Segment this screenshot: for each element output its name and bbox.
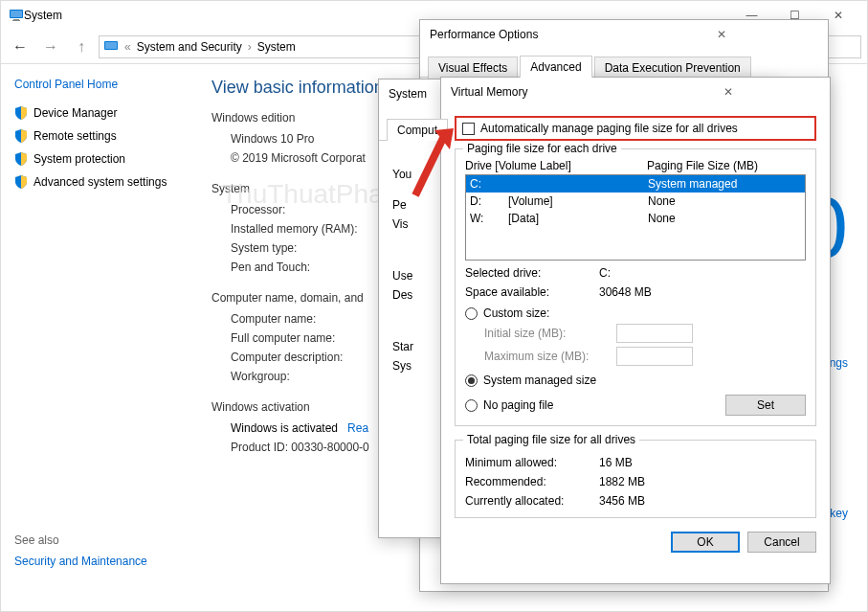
cancel-button[interactable]: Cancel (747, 532, 816, 553)
control-panel-home-link[interactable]: Control Panel Home (14, 78, 183, 91)
dialog-title: Virtual Memory (451, 85, 635, 99)
drive-row[interactable]: C:System managed (466, 175, 805, 193)
group-label: Paging file size for each drive (463, 142, 621, 155)
paging-file-group: Paging file size for each drive Drive [V… (455, 148, 816, 426)
space-label: Space available: (465, 285, 599, 299)
no-paging-label: No paging file (483, 398, 553, 412)
sidebar-item-remote-settings[interactable]: Remote settings (14, 129, 183, 143)
chevron-right-icon: › (248, 40, 252, 54)
auto-manage-checkbox[interactable] (462, 123, 475, 135)
total-paging-group: Total paging file size for all drives Mi… (455, 440, 816, 518)
ok-button[interactable]: OK (671, 532, 740, 553)
initial-size-label: Initial size (MB): (484, 327, 609, 340)
breadcrumb-item[interactable]: System and Security (137, 40, 242, 54)
close-icon[interactable]: ✕ (635, 85, 820, 99)
back-button[interactable]: ← (7, 34, 33, 60)
rec-value: 1882 MB (599, 475, 645, 488)
sidebar-item-advanced-system-settings[interactable]: Advanced system settings (14, 175, 183, 189)
rec-label: Recommended: (465, 475, 599, 488)
shield-icon (14, 152, 28, 166)
max-size-label: Maximum size (MB): (484, 350, 609, 363)
up-button[interactable]: ↑ (68, 34, 95, 60)
see-also-label: See also (14, 533, 183, 547)
shield-icon (14, 175, 28, 189)
set-button[interactable]: Set (725, 395, 806, 416)
max-size-input[interactable] (616, 347, 693, 366)
svg-rect-3 (12, 20, 20, 21)
system-managed-radio[interactable] (465, 374, 478, 387)
group-label: Total paging file size for all drives (463, 433, 639, 446)
sidebar: Control Panel Home Device Manager Remote… (1, 64, 192, 611)
svg-rect-1 (11, 11, 22, 17)
forward-button[interactable]: → (37, 34, 64, 60)
dialog-titlebar: Performance Options ✕ (420, 20, 828, 49)
security-maintenance-link[interactable]: Security and Maintenance (14, 555, 183, 568)
dialog-titlebar: Virtual Memory ✕ (441, 78, 830, 106)
sidebar-label: Device Manager (33, 106, 117, 120)
custom-size-radio[interactable] (465, 307, 478, 320)
drive-header: Drive [Volume Label] (465, 159, 647, 172)
selected-drive-label: Selected drive: (465, 266, 599, 280)
tab-visual-effects[interactable]: Visual Effects (428, 57, 518, 79)
shield-icon (14, 106, 28, 120)
selected-drive-value: C: (599, 266, 611, 280)
drive-listbox[interactable]: C:System managed D:[Volume]None W:[Data]… (465, 174, 806, 261)
sidebar-item-device-manager[interactable]: Device Manager (14, 106, 183, 120)
close-icon[interactable]: ✕ (624, 28, 818, 41)
tab-dep[interactable]: Data Execution Prevention (594, 57, 751, 79)
auto-manage-label: Automatically manage paging file size fo… (480, 122, 738, 135)
cur-label: Currently allocated: (465, 494, 599, 508)
cur-value: 3456 MB (599, 494, 645, 508)
no-paging-radio[interactable] (465, 399, 478, 412)
size-header: Paging File Size (MB) (647, 159, 758, 172)
initial-size-input[interactable] (616, 324, 693, 343)
breadcrumb-item[interactable]: System (257, 40, 296, 54)
space-value: 30648 MB (599, 285, 652, 299)
dialog-title: Performance Options (430, 28, 624, 41)
custom-size-label: Custom size: (483, 306, 549, 320)
svg-rect-2 (13, 19, 19, 20)
sidebar-label: Advanced system settings (33, 175, 167, 189)
tab-advanced[interactable]: Advanced (520, 56, 591, 78)
monitor-icon (103, 39, 119, 55)
system-icon (9, 8, 24, 23)
sidebar-item-system-protection[interactable]: System protection (14, 152, 183, 166)
min-value: 16 MB (599, 456, 633, 469)
chevron-icon: « (124, 40, 131, 54)
virtual-memory-dialog: Virtual Memory ✕ Automatically manage pa… (440, 77, 831, 584)
highlight-annotation: Automatically manage paging file size fo… (455, 116, 816, 141)
drive-row[interactable]: D:[Volume]None (466, 193, 805, 210)
tab-strip: Visual Effects Advanced Data Execution P… (420, 55, 828, 78)
sidebar-label: System protection (33, 152, 125, 166)
min-label: Minimum allowed: (465, 456, 599, 469)
sidebar-label: Remote settings (33, 129, 117, 143)
drive-row[interactable]: W:[Data]None (466, 210, 805, 227)
svg-rect-5 (105, 42, 117, 49)
system-managed-label: System managed size (483, 374, 596, 387)
read-link[interactable]: Rea (347, 421, 368, 435)
arrow-annotation (408, 125, 456, 201)
shield-icon (14, 129, 28, 143)
